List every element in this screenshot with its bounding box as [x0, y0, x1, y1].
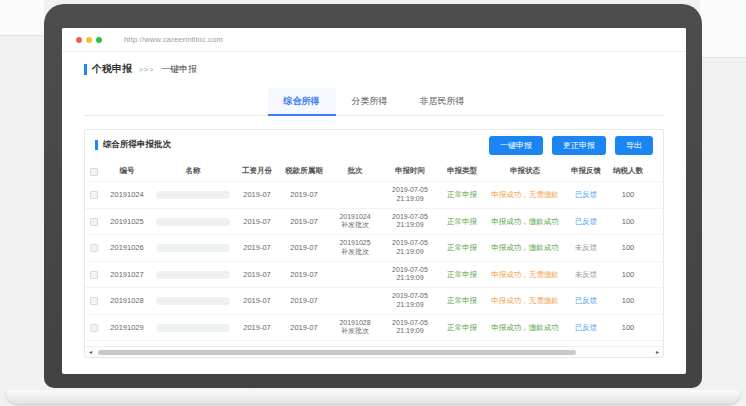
declare-clock: 21:19:09 — [381, 248, 439, 257]
window-close-icon[interactable] — [76, 37, 82, 43]
col-tax-period: 税款所属期 — [279, 160, 329, 182]
cell-name — [151, 208, 235, 235]
cell-declare-time: 2019-07-05 21:19:09 — [381, 208, 439, 235]
table-body: 20191024 2019-07 2019-07 2019-07-05 21:1… — [85, 182, 663, 359]
cell-declare-type: 正常申报 — [439, 288, 485, 315]
batch-kind: 补发批次 — [329, 248, 381, 257]
batch-table: 编号 名称 工资月份 税款所属期 批次 申报时间 申报类型 申报状态 申报反馈 … — [85, 160, 663, 358]
cell-taxpayer-count: 100 — [607, 235, 649, 262]
cell-batch — [329, 261, 381, 288]
cell-tax-period: 2019-07 — [279, 182, 329, 209]
background-card-right — [700, 0, 746, 58]
cell-feedback[interactable]: 已反馈 — [565, 182, 607, 209]
scrollbar-track[interactable] — [96, 347, 652, 358]
declare-date: 2019-07-05 — [381, 266, 439, 275]
address-bar-url[interactable]: http://www.careerintlinc.com — [124, 35, 223, 44]
col-salary-month: 工资月份 — [235, 160, 279, 182]
batch-id: 20191025 — [329, 239, 381, 248]
redacted-name — [156, 297, 230, 305]
batch-id: 20191024 — [329, 213, 381, 222]
window-maximize-icon[interactable] — [96, 37, 102, 43]
col-declare-status: 申报状态 — [485, 160, 565, 182]
batch-kind: 补发批次 — [329, 327, 381, 336]
laptop-bezel: http://www.careerintlinc.com 个税申报 >>> 一键… — [44, 4, 702, 388]
breadcrumb-separator: >>> — [139, 66, 154, 73]
quick-declare-button[interactable]: 一键申报 — [489, 136, 543, 155]
cell-declare-time: 2019-07-05 21:19:09 — [381, 314, 439, 341]
cell-clipped-value: 11 — [649, 208, 663, 235]
page-header: 个税申报 >>> 一键申报 — [84, 62, 664, 76]
cell-feedback[interactable]: 未反馈 — [565, 261, 607, 288]
cell-status: 申报成功，无需缴款 — [485, 261, 565, 288]
panel-title: 综合所得申报批次 — [103, 139, 171, 151]
export-button[interactable]: 导出 — [615, 136, 653, 155]
declare-date: 2019-07-05 — [381, 319, 439, 328]
scroll-left-arrow-icon[interactable]: ◂ — [85, 347, 96, 358]
laptop-base — [6, 390, 740, 404]
cell-taxpayer-count: 100 — [607, 288, 649, 315]
cell-checkbox — [85, 288, 103, 315]
cell-name — [151, 182, 235, 209]
cell-status: 申报成功，缴款成功 — [485, 208, 565, 235]
cell-id: 20191029 — [103, 314, 151, 341]
cell-declare-type: 正常申报 — [439, 235, 485, 262]
row-checkbox[interactable] — [90, 324, 98, 332]
cell-clipped-value: 11 — [649, 314, 663, 341]
declare-date: 2019-07-05 — [381, 292, 439, 301]
cell-checkbox — [85, 261, 103, 288]
cell-feedback[interactable]: 已反馈 — [565, 288, 607, 315]
cell-name — [151, 314, 235, 341]
declare-clock: 21:19:09 — [381, 301, 439, 310]
redacted-name — [156, 218, 230, 226]
declare-date: 2019-07-05 — [381, 213, 439, 222]
breadcrumb-current: 一键申报 — [161, 63, 197, 76]
col-taxpayer-count: 纳税人数 — [607, 160, 649, 182]
tab-classified-income[interactable]: 分类所得 — [336, 88, 404, 115]
row-checkbox[interactable] — [90, 218, 98, 226]
row-checkbox[interactable] — [90, 191, 98, 199]
background-card-left — [0, 0, 44, 36]
col-id: 编号 — [103, 160, 151, 182]
cell-feedback[interactable]: 未反馈 — [565, 235, 607, 262]
tab-comprehensive-income[interactable]: 综合所得 — [268, 88, 336, 116]
batch-panel: 综合所得申报批次 一键申报 更正申报 导出 — [84, 129, 664, 358]
cell-feedback[interactable]: 已反馈 — [565, 208, 607, 235]
cell-declare-time: 2019-07-05 21:19:09 — [381, 235, 439, 262]
cell-name — [151, 235, 235, 262]
cell-taxpayer-count: 100 — [607, 314, 649, 341]
cell-feedback[interactable]: 已反馈 — [565, 314, 607, 341]
cell-tax-period: 2019-07 — [279, 314, 329, 341]
cell-id: 20191024 — [103, 182, 151, 209]
cell-taxpayer-count: 100 — [607, 261, 649, 288]
col-name: 名称 — [151, 160, 235, 182]
cell-batch: 20191025 补发批次 — [329, 235, 381, 262]
window-minimize-icon[interactable] — [86, 37, 92, 43]
correct-declare-button[interactable]: 更正申报 — [552, 136, 606, 155]
row-checkbox[interactable] — [90, 271, 98, 279]
row-checkbox[interactable] — [90, 244, 98, 252]
select-all-checkbox[interactable] — [90, 168, 98, 176]
redacted-name — [156, 324, 230, 332]
scrollbar-thumb[interactable] — [98, 350, 576, 355]
col-declare-time: 申报时间 — [381, 160, 439, 182]
horizontal-scrollbar[interactable]: ◂ ▸ — [85, 346, 663, 357]
col-clipped — [649, 160, 663, 182]
cell-salary-month: 2019-07 — [235, 261, 279, 288]
cell-batch: 20191028 补发批次 — [329, 314, 381, 341]
tab-nonresident-income[interactable]: 非居民所得 — [404, 88, 481, 115]
cell-checkbox — [85, 235, 103, 262]
row-checkbox[interactable] — [90, 297, 98, 305]
income-type-tabs: 综合所得 分类所得 非居民所得 — [84, 88, 664, 116]
table-row: 20191024 2019-07 2019-07 2019-07-05 21:1… — [85, 182, 663, 209]
cell-salary-month: 2019-07 — [235, 182, 279, 209]
panel-header: 综合所得申报批次 一键申报 更正申报 导出 — [85, 130, 663, 160]
cell-name — [151, 261, 235, 288]
cell-status: 申报成功，缴款成功 — [485, 314, 565, 341]
declare-clock: 21:19:09 — [381, 327, 439, 336]
cell-checkbox — [85, 208, 103, 235]
cell-status: 申报成功，无需缴款 — [485, 288, 565, 315]
scroll-right-arrow-icon[interactable]: ▸ — [652, 347, 663, 358]
declare-date: 2019-07-05 — [381, 186, 439, 195]
redacted-name — [156, 191, 230, 199]
cell-declare-time: 2019-07-05 21:19:09 — [381, 288, 439, 315]
